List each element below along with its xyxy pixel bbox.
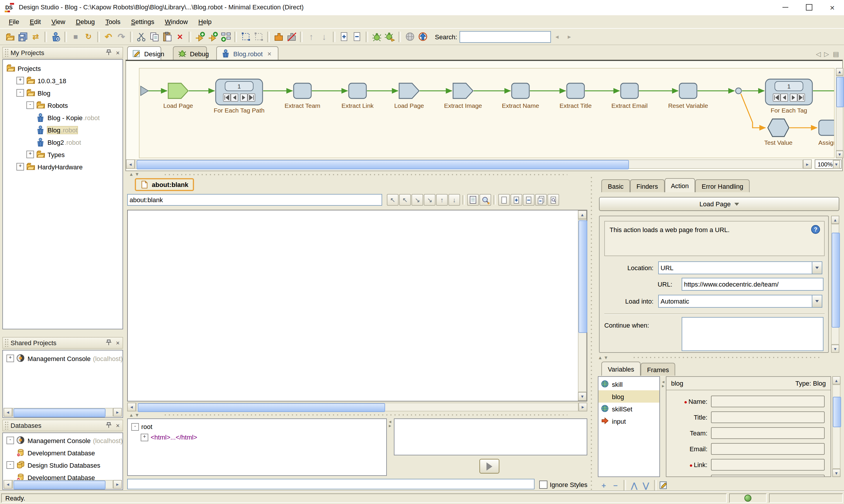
tab-finders[interactable]: Finders <box>630 179 664 192</box>
remove-variable-icon[interactable]: − <box>610 481 621 490</box>
help-icon[interactable]: ? <box>811 225 820 235</box>
configure-robot-icon[interactable] <box>50 31 61 42</box>
go-back-far-icon[interactable]: ↖ <box>387 194 398 206</box>
splitter-collapse-icons[interactable]: ▲▼ <box>129 172 141 177</box>
close-button[interactable]: × <box>821 0 844 15</box>
project-item-types[interactable]: +Types <box>3 148 123 161</box>
refresh-icon[interactable]: ↻ <box>83 31 94 42</box>
go-back-icon[interactable]: ↖ <box>399 194 411 206</box>
connect-icon[interactable] <box>272 31 284 42</box>
view-find-icon[interactable] <box>547 194 559 206</box>
expand-icon[interactable]: + <box>26 150 34 158</box>
cut-icon[interactable] <box>136 31 147 42</box>
action-selector-button[interactable]: Load Page <box>599 197 839 211</box>
pin-icon[interactable] <box>104 422 113 429</box>
tab-action[interactable]: Action <box>664 178 695 192</box>
go-up-icon[interactable]: ↑ <box>436 194 448 206</box>
flow-vscrollbar[interactable]: ▲ ▼ <box>836 68 843 158</box>
search-input[interactable] <box>460 31 551 42</box>
dom-tree-panel[interactable]: - root + <html>...</html> <box>127 418 387 476</box>
dom-expression-input[interactable] <box>127 479 535 489</box>
splitter-collapse-icons[interactable]: ▲▼ <box>598 355 610 360</box>
variable-field-input[interactable] <box>711 427 825 439</box>
flow-step-extract-name[interactable] <box>512 83 529 98</box>
flow-step-extract-title[interactable] <box>567 83 585 98</box>
add-variable-icon[interactable]: + <box>598 481 610 490</box>
copy-icon[interactable] <box>148 31 160 42</box>
minimize-button[interactable] <box>774 0 797 15</box>
project-item-blog2[interactable]: Blog2.robot <box>3 136 123 148</box>
menu-help[interactable]: Help <box>193 16 217 27</box>
close-panel-icon[interactable]: × <box>113 422 123 429</box>
inspect-icon[interactable] <box>480 194 491 206</box>
panel-grip[interactable] <box>5 49 8 57</box>
move-variable-up-icon[interactable]: ⋀ <box>628 481 640 490</box>
combo-dropdown-icon[interactable] <box>812 295 822 307</box>
variable-item-skillset[interactable]: skillSet <box>598 402 659 415</box>
flow-step-reset-variable[interactable] <box>679 83 697 98</box>
variable-field-input[interactable] <box>711 475 825 477</box>
menu-view[interactable]: View <box>46 16 70 27</box>
tab-list-icon[interactable]: ▤ <box>833 50 839 58</box>
flow-step-load-page[interactable] <box>399 83 419 98</box>
search-next-icon[interactable]: ► <box>567 34 572 39</box>
tab-close-icon[interactable]: × <box>267 50 271 58</box>
close-panel-icon[interactable]: × <box>113 339 123 346</box>
collapse-icon[interactable]: - <box>131 423 139 430</box>
synchronize-icon[interactable]: ⇄ <box>30 31 42 42</box>
browser-dom-splitter[interactable]: ▲▼ <box>125 412 591 418</box>
ignore-styles-checkbox[interactable] <box>539 481 547 489</box>
debug-run-icon[interactable] <box>371 31 383 42</box>
open-icon[interactable] <box>4 31 16 42</box>
dom-vertical-splitter[interactable]: ◄► <box>388 420 393 476</box>
dom-tree-root[interactable]: - root <box>131 421 386 432</box>
variable-item-input[interactable]: input <box>598 415 659 427</box>
stop-icon[interactable]: ■ <box>70 31 82 42</box>
splitter-collapse-icons[interactable]: ▲▼ <box>129 412 141 417</box>
select-steps-icon[interactable] <box>240 31 251 42</box>
panel-grip[interactable] <box>5 339 8 347</box>
variable-field-input[interactable] <box>711 411 825 423</box>
tab-basic[interactable]: Basic <box>601 179 630 192</box>
open-browser-navigate-icon[interactable] <box>417 31 428 42</box>
flow-step-extract-email[interactable] <box>621 83 638 98</box>
disconnect-icon[interactable] <box>285 31 297 42</box>
tab-scroll-left-icon[interactable]: ◁ <box>816 50 821 58</box>
pin-icon[interactable] <box>104 49 113 57</box>
action-vscrollbar[interactable]: ▲ ▼ <box>831 216 839 353</box>
expand-icon[interactable]: + <box>16 163 24 170</box>
menu-settings[interactable]: Settings <box>126 16 160 27</box>
browser-tab[interactable]: about:blank <box>135 178 194 191</box>
project-item-blog[interactable]: Blog.robot <box>3 124 123 136</box>
variables-splitter[interactable]: ◄► <box>661 380 666 415</box>
maximize-button[interactable] <box>797 0 821 15</box>
deselect-steps-icon[interactable] <box>253 31 264 42</box>
address-bar[interactable] <box>127 194 382 206</box>
undo-icon[interactable]: ↶ <box>103 31 114 42</box>
menu-tools[interactable]: Tools <box>100 16 126 27</box>
robot-flow-canvas[interactable]: Load Page1For Each Tag PathExtract TeamE… <box>139 68 834 158</box>
zoom-in-icon[interactable] <box>338 31 350 42</box>
location-select[interactable]: URL <box>658 262 822 274</box>
play-button[interactable] <box>480 459 499 473</box>
flow-hscrollbar[interactable]: ◄ ► <box>126 159 812 169</box>
save-all-icon[interactable] <box>17 31 29 42</box>
project-item-blog-kopie[interactable]: Blog - Kopie.robot <box>3 111 123 124</box>
database-item-management-console[interactable]: -Management Console (localhost) <box>3 434 123 447</box>
center-right-splitter[interactable] <box>590 176 593 490</box>
tab-error-handling[interactable]: Error Handling <box>695 179 750 192</box>
expand-icon[interactable]: + <box>16 77 24 84</box>
collapse-icon[interactable]: - <box>26 102 34 109</box>
expand-icon[interactable]: + <box>141 433 148 441</box>
debug-step-icon[interactable] <box>384 31 396 42</box>
panel-grip[interactable] <box>5 421 8 430</box>
flow-step-assign[interactable] <box>819 120 834 136</box>
load-into-select[interactable]: Automatic <box>658 295 822 308</box>
menu-window[interactable]: Window <box>160 16 193 27</box>
continue-when-input[interactable] <box>682 317 824 351</box>
database-item-development-database[interactable]: Development Database <box>3 447 123 459</box>
flow-step-load-page[interactable] <box>168 83 188 98</box>
variable-field-input[interactable] <box>711 396 825 407</box>
move-variable-down-icon[interactable]: ⋁ <box>640 481 652 490</box>
flow-zoom-select[interactable]: 100% ▼ <box>815 159 842 169</box>
